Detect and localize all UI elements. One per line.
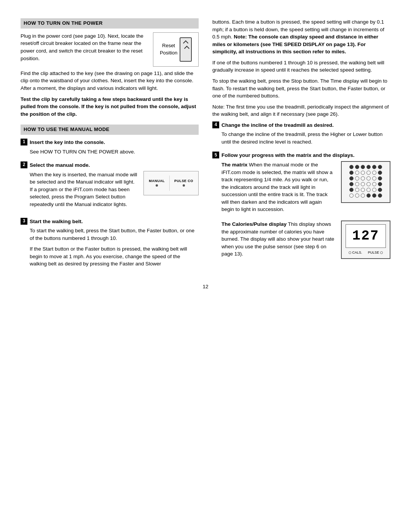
step-4-body: To change the incline of the treadmill, … xyxy=(221,131,390,145)
pulse-dot xyxy=(183,184,185,187)
reset-illustration: ResetPosition xyxy=(153,32,199,67)
matrix-dot xyxy=(372,188,376,192)
matrix-dot xyxy=(372,182,376,186)
how-to-manual-section: HOW TO USE THE MANUAL MODE 1 Insert the … xyxy=(21,125,199,268)
matrix-dot xyxy=(372,193,376,198)
step-2-title: 2 Select the manual mode. xyxy=(21,161,199,169)
right-bold-text: Note: The console can display speed and … xyxy=(212,34,378,54)
step-4-block: 4 Change the incline of the treadmill as… xyxy=(212,121,390,146)
matrix-dot xyxy=(355,165,359,169)
step-2-num: 2 xyxy=(21,161,27,168)
calories-labels: CALS. PULSE xyxy=(346,250,386,255)
step-5-block: 5 Follow your progress with the matrix a… xyxy=(212,152,390,262)
step-3-block: 3 Start the walking belt. To start the w… xyxy=(21,218,199,268)
step-1-title: 1 Insert the key into the console. xyxy=(21,139,199,146)
power-para2: Find the clip attached to the key (see t… xyxy=(21,70,199,92)
page: HOW TO TURN ON THE POWER ResetPosition xyxy=(0,0,411,532)
step-3-num: 3 xyxy=(21,218,27,225)
matrix-dot xyxy=(361,176,365,181)
step-3-body2: If the Start button or the Faster button… xyxy=(30,245,199,268)
matrix-dot xyxy=(355,193,359,198)
matrix-dot xyxy=(372,176,376,181)
right-para3: To stop the walking belt, press the Stop… xyxy=(212,77,390,100)
pulse-co-label: PULSE CO xyxy=(174,179,193,184)
cals-text: CALS. xyxy=(352,250,362,255)
matrix-row-1 xyxy=(345,165,387,169)
step-2-content: MANUAL PULSE CO When the key is inse xyxy=(30,171,199,212)
power-para3-bold: Test the clip by carefully taking a few … xyxy=(21,96,199,118)
matrix-row-3 xyxy=(345,176,387,181)
step-3-title: 3 Start the walking belt. xyxy=(21,218,199,225)
matrix-dot xyxy=(349,193,354,198)
matrix-intro-bold: The matrix xyxy=(221,162,247,168)
section-header-power: HOW TO TURN ON THE POWER xyxy=(21,18,199,29)
matrix-dot xyxy=(378,176,382,181)
step-2-block: 2 Select the manual mode. MANUAL xyxy=(21,161,199,211)
left-column: HOW TO TURN ON THE POWER ResetPosition xyxy=(21,18,199,274)
matrix-dot xyxy=(366,188,371,192)
matrix-dot xyxy=(378,171,382,175)
matrix-dot xyxy=(349,176,354,181)
calories-display: 127 xyxy=(346,224,386,248)
pulse-text: PULSE xyxy=(368,250,379,255)
matrix-dot xyxy=(366,165,371,169)
matrix-dot xyxy=(361,193,365,198)
matrix-dot xyxy=(378,182,382,186)
matrix-dot xyxy=(366,176,371,181)
step-1-label: Insert the key into the console. xyxy=(30,139,105,146)
manual-divider xyxy=(169,176,170,191)
matrix-dot xyxy=(378,188,382,192)
right-para4: Note: The first time you use the treadmi… xyxy=(212,103,390,118)
matrix-dot xyxy=(372,171,376,175)
matrix-dot xyxy=(355,171,359,175)
matrix-dot xyxy=(366,193,371,198)
manual-label: MANUAL xyxy=(149,179,165,184)
matrix-dot xyxy=(361,182,365,186)
matrix-dot xyxy=(366,171,371,175)
matrix-section: The matrix When the manual mode or the i… xyxy=(221,161,390,217)
cals-dot xyxy=(349,251,351,254)
matrix-dot xyxy=(349,182,354,186)
matrix-body-text: When the manual mode or the iFIT.com mod… xyxy=(221,162,333,212)
step-3-label: Start the walking belt. xyxy=(30,218,83,225)
step-3-content: To start the walking belt, press the Sta… xyxy=(30,227,199,268)
matrix-dot xyxy=(378,193,382,198)
manual-illustration: MANUAL PULSE CO xyxy=(143,171,199,195)
matrix-dot xyxy=(361,171,365,175)
step-3-body1: To start the walking belt, press the Sta… xyxy=(30,227,199,242)
matrix-dot xyxy=(349,188,354,192)
step-5-title: 5 Follow your progress with the matrix a… xyxy=(212,152,390,159)
manual-panel: MANUAL PULSE CO xyxy=(144,171,198,195)
matrix-dot xyxy=(361,188,365,192)
pulse-label: PULSE xyxy=(368,250,383,255)
matrix-row-2 xyxy=(345,171,387,175)
step-5-num: 5 xyxy=(212,152,219,158)
matrix-row-6 xyxy=(345,193,387,198)
matrix-dot xyxy=(378,165,382,169)
pulse-dot-cal xyxy=(380,251,383,254)
power-content: ResetPosition Plug xyxy=(21,32,199,70)
matrix-dot xyxy=(366,182,371,186)
cals-label: CALS. xyxy=(349,250,362,255)
step-4-title: 4 Change the incline of the treadmill as… xyxy=(212,121,390,129)
matrix-dot xyxy=(349,171,354,175)
step-1-block: 1 Insert the key into the console. See H… xyxy=(21,139,199,155)
step-1-body: See HOW TO TURN ON THE POWER above. xyxy=(30,148,199,156)
calories-illustration: 127 CALS. PULSE xyxy=(341,220,390,259)
matrix-dot xyxy=(349,165,354,169)
right-intro: buttons. Each time a button is pressed, … xyxy=(212,18,390,56)
matrix-dot xyxy=(372,165,376,169)
step-5-label: Follow your progress with the matrix and… xyxy=(221,152,355,159)
right-para2: If one of the buttons numbered 1 through… xyxy=(212,59,390,74)
section-header-manual: HOW TO USE THE MANUAL MODE xyxy=(21,125,199,135)
step-4-label: Change the incline of the treadmill as d… xyxy=(221,121,334,129)
calories-section: 127 CALS. PULSE xyxy=(221,220,390,262)
step-5-content: The matrix When the manual mode or the i… xyxy=(221,161,390,262)
step-4-num: 4 xyxy=(212,121,219,128)
matrix-row-4 xyxy=(345,182,387,186)
matrix-dot xyxy=(361,165,365,169)
matrix-dot xyxy=(355,188,359,192)
manual-dot xyxy=(156,184,158,187)
matrix-dot xyxy=(355,176,359,181)
step-2-label: Select the manual mode. xyxy=(30,161,90,169)
